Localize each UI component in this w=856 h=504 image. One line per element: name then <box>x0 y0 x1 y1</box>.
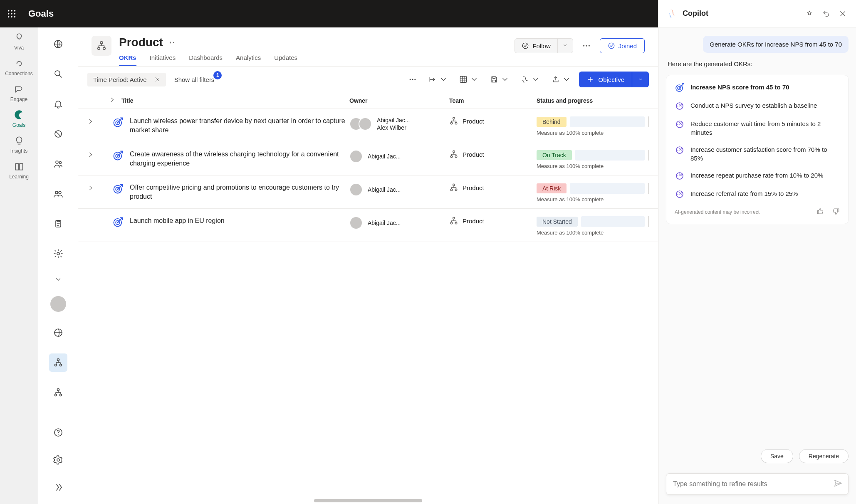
team-avatar-icon[interactable] <box>92 36 111 56</box>
thumbs-down-icon[interactable] <box>832 208 840 216</box>
pin-icon[interactable] <box>167 37 176 47</box>
follow-button[interactable]: Follow <box>515 39 557 53</box>
team-name: Product <box>463 118 484 125</box>
status-pill[interactable]: On Track <box>537 150 572 160</box>
owner-avatar <box>349 183 363 196</box>
status-pill[interactable]: Not Started <box>537 217 578 227</box>
tab-updates[interactable]: Updates <box>274 52 297 66</box>
nav-hierarchy-2-icon[interactable] <box>49 383 67 402</box>
owner-cell[interactable]: Abigail Jac... <box>349 216 449 230</box>
team-cell[interactable]: Product <box>449 216 537 225</box>
svg-point-32 <box>586 45 587 46</box>
rail-label: Viva <box>14 45 24 51</box>
tab-bar: OKRs Initiatives Dashboards Analytics Up… <box>119 52 507 66</box>
more-actions-icon[interactable] <box>579 38 594 53</box>
new-objective-button[interactable]: Objective <box>579 72 632 87</box>
nav-expand-icon[interactable] <box>49 478 67 497</box>
grid-view-icon[interactable] <box>456 73 482 86</box>
rail-label: Insights <box>10 148 27 154</box>
objective-icon <box>112 216 124 228</box>
app-rail: Viva Connections Engage Goals Insights L… <box>0 27 38 504</box>
copilot-regenerate-button[interactable]: Regenerate <box>799 449 849 463</box>
rail-item-learning[interactable]: Learning <box>4 161 34 180</box>
show-all-filters[interactable]: Show all filters 1 <box>171 74 218 86</box>
horizontal-scrollbar[interactable] <box>314 499 422 502</box>
app-launcher-icon[interactable] <box>3 5 20 22</box>
copilot-kr-row: Increase customer satisfaction score fro… <box>675 145 840 163</box>
owner-cell[interactable]: Abigail Jac...Alex Wilber <box>349 116 449 131</box>
copilot-pane: Copilot Generate OKRs for Increase NPS f… <box>658 0 856 504</box>
progress-bar <box>575 150 645 161</box>
copilot-close-icon[interactable] <box>837 8 849 20</box>
status-pill[interactable]: At Risk <box>537 183 567 193</box>
copilot-toolbar-icon[interactable] <box>517 73 543 86</box>
nav-avatar[interactable] <box>50 296 66 312</box>
copilot-kr-row: Increase referral rate from 15% to 25% <box>675 189 840 199</box>
status-pill[interactable]: Behind <box>537 117 567 127</box>
objective-title: Launch mobile app in EU region <box>130 216 225 225</box>
expand-all-icon[interactable] <box>109 96 116 104</box>
copilot-settings-icon[interactable] <box>804 8 815 20</box>
row-expand-icon[interactable] <box>87 116 112 126</box>
table-row[interactable]: Launch mobile app in EU regionAbigail Ja… <box>78 209 658 242</box>
tab-dashboards[interactable]: Dashboards <box>189 52 223 66</box>
svg-point-17 <box>57 252 59 255</box>
col-owner: Owner <box>349 97 449 104</box>
save-view-icon[interactable] <box>487 73 512 86</box>
nav-search-icon[interactable] <box>49 65 67 83</box>
send-icon[interactable] <box>833 479 842 489</box>
row-expand-icon <box>87 216 112 218</box>
tab-okrs[interactable]: OKRs <box>119 52 136 66</box>
owner-cell[interactable]: Abigail Jac... <box>349 150 449 163</box>
copilot-kr-text: Conduct a NPS survey to establish a base… <box>690 101 817 110</box>
team-cell[interactable]: Product <box>449 150 537 159</box>
nav-globe-icon[interactable] <box>49 35 67 53</box>
share-icon[interactable] <box>548 73 574 86</box>
copilot-save-button[interactable]: Save <box>761 449 793 463</box>
team-cell[interactable]: Product <box>449 183 537 192</box>
rail-item-connections[interactable]: Connections <box>4 58 34 77</box>
timeline-icon[interactable] <box>425 73 451 86</box>
row-expand-icon[interactable] <box>87 150 112 160</box>
tab-initiatives[interactable]: Initiatives <box>150 52 176 66</box>
row-expand-icon[interactable] <box>87 183 112 193</box>
tab-analytics[interactable]: Analytics <box>236 52 261 66</box>
new-objective-dropdown[interactable] <box>632 72 649 87</box>
clear-filter-icon[interactable] <box>154 77 160 82</box>
table-row[interactable]: Launch wireless power transfer device by… <box>78 109 658 142</box>
nav-settings-icon[interactable] <box>49 245 67 263</box>
owner-cell[interactable]: Abigail Jac... <box>349 183 449 196</box>
nav-collapse-icon[interactable] <box>49 274 67 284</box>
rail-item-engage[interactable]: Engage <box>4 84 34 102</box>
follow-split-button: Follow <box>515 38 573 53</box>
follow-label: Follow <box>532 42 550 49</box>
rail-item-viva[interactable]: Viva <box>4 32 34 51</box>
nav-settings-bottom-icon[interactable] <box>49 451 67 469</box>
copilot-text-input[interactable] <box>672 480 829 488</box>
nav-org-globe-icon[interactable] <box>49 324 67 342</box>
rail-item-insights[interactable]: Insights <box>4 136 34 154</box>
key-result-icon <box>675 119 685 129</box>
nav-hierarchy-icon[interactable] <box>49 353 67 372</box>
team-name: Product <box>463 151 484 158</box>
nav-help-icon[interactable] <box>49 423 67 442</box>
nav-block-icon[interactable] <box>49 125 67 143</box>
svg-point-14 <box>55 191 58 194</box>
copilot-undo-icon[interactable] <box>820 8 832 20</box>
nav-clipboard-icon[interactable] <box>49 215 67 233</box>
time-period-filter[interactable]: Time Period: Active <box>87 73 166 86</box>
svg-point-1 <box>11 10 12 12</box>
nav-people-icon[interactable] <box>49 155 67 173</box>
nav-bell-icon[interactable] <box>49 95 67 113</box>
follow-dropdown[interactable] <box>557 39 573 53</box>
nav-users-icon[interactable] <box>49 185 67 203</box>
thumbs-up-icon[interactable] <box>816 208 824 216</box>
table-row[interactable]: Create awareness of the wireless chargin… <box>78 142 658 175</box>
svg-point-36 <box>412 79 413 80</box>
team-cell[interactable]: Product <box>449 116 537 126</box>
objective-title: Launch wireless power transfer device by… <box>130 116 349 135</box>
rail-item-goals[interactable]: Goals <box>4 110 34 128</box>
table-row[interactable]: Offer competitive pricing and promotions… <box>78 175 658 209</box>
view-dots-icon[interactable] <box>405 73 420 86</box>
joined-button[interactable]: Joined <box>600 38 645 53</box>
